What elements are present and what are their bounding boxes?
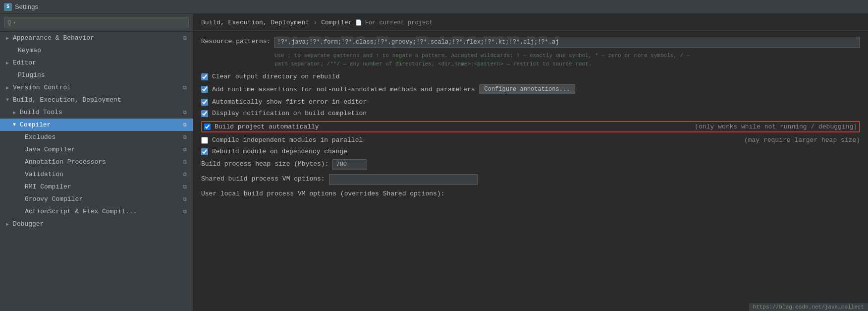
checkbox-row-rebuild-on-change: Rebuild module on dependency change — [201, 148, 860, 155]
copy-icon: ⧉ — [181, 84, 189, 91]
checkbox-label-display-notification: Display notification on build completion — [212, 110, 367, 117]
project-icon: 📄 — [355, 19, 362, 26]
heap-size-label: Build process heap size (Mbytes): — [201, 159, 328, 168]
sidebar-item-editor[interactable]: ▶Editor — [0, 57, 193, 69]
app-icon: S — [4, 3, 12, 11]
checkbox-label-clear-output: Clear output directory on rebuild — [212, 73, 339, 80]
sidebar-item-label: Compiler — [20, 121, 181, 128]
sidebar-item-label: Editor — [13, 59, 189, 66]
sidebar-item-annotation-processors[interactable]: Annotation Processors⧉ — [0, 156, 193, 168]
sidebar: Q ▾ ▶Appearance & Behavior⧉Keymap▶Editor… — [0, 14, 193, 311]
arrow-icon: ▶ — [4, 60, 11, 66]
sidebar-item-label: Appearance & Behavior — [13, 34, 181, 42]
url-bar: https://blog.csdn.net/java_collect — [749, 303, 868, 311]
configure-annotations-button[interactable]: Configure annotations... — [479, 84, 576, 94]
copy-icon: ⧉ — [181, 159, 189, 166]
content-panel: Build, Execution, Deployment › Compiler … — [193, 14, 868, 311]
sidebar-item-label: ActionScript & Flex Compil... — [25, 208, 181, 215]
copy-icon: ⧉ — [181, 146, 189, 153]
sidebar-item-excludes[interactable]: Excludes⧉ — [0, 131, 193, 143]
sidebar-item-validation[interactable]: Validation⧉ — [0, 168, 193, 181]
sidebar-item-version-control[interactable]: ▶Version Control⧉ — [0, 81, 193, 94]
sidebar-item-label: Version Control — [13, 84, 181, 91]
checkboxes-container: Clear output directory on rebuildAdd run… — [201, 73, 860, 155]
sidebar-item-appearance[interactable]: ▶Appearance & Behavior⧉ — [0, 32, 193, 44]
arrow-icon: ▼ — [11, 122, 18, 128]
checkbox-row-clear-output: Clear output directory on rebuild — [201, 73, 860, 80]
copy-icon: ⧉ — [181, 35, 189, 42]
heap-size-input[interactable] — [332, 159, 367, 170]
content-header: Build, Execution, Deployment › Compiler … — [193, 14, 868, 31]
sidebar-item-label: Groovy Compiler — [25, 195, 181, 203]
checkbox-clear-output[interactable] — [201, 73, 208, 80]
checkbox-label-build-auto: Build project automatically — [215, 123, 319, 130]
sidebar-item-label: Debugger — [13, 220, 189, 228]
resource-patterns-row: Resource patterns: — [201, 37, 860, 48]
checkbox-show-first-error[interactable] — [201, 99, 208, 106]
shared-vm-label: Shared build process VM options: — [201, 174, 325, 183]
nav-tree: ▶Appearance & Behavior⧉Keymap▶EditorPlug… — [0, 32, 193, 311]
checkbox-note-compile-parallel: (may require larger heap size) — [744, 136, 860, 144]
sidebar-item-label: Build, Execution, Deployment — [13, 96, 189, 104]
content-body: Resource patterns: Use ; to separate pat… — [193, 31, 868, 207]
sidebar-item-label: Plugins — [18, 71, 189, 79]
checkbox-add-runtime[interactable] — [201, 86, 208, 93]
checkbox-rebuild-on-change[interactable] — [201, 148, 208, 155]
checkbox-row-display-notification: Display notification on build completion — [201, 110, 860, 117]
sidebar-item-label: RMI Compiler — [25, 183, 181, 190]
copy-icon: ⧉ — [181, 184, 189, 190]
copy-icon: ⧉ — [181, 171, 189, 178]
sidebar-item-actionscript-compiler[interactable]: ActionScript & Flex Compil...⧉ — [0, 205, 193, 218]
user-vm-row: User local build process VM options (ove… — [201, 189, 860, 197]
copy-icon: ⧉ — [181, 134, 189, 141]
checkbox-display-notification[interactable] — [201, 110, 208, 117]
user-vm-label: User local build process VM options (ove… — [201, 189, 444, 197]
arrow-icon: ▶ — [4, 221, 11, 228]
checkbox-label-add-runtime: Add runtime assertions for not-null-anno… — [212, 86, 475, 93]
sidebar-item-keymap[interactable]: Keymap — [0, 44, 193, 57]
search-dropdown-icon: ▾ — [13, 20, 16, 26]
copy-icon: ⧉ — [181, 109, 189, 116]
checkbox-label-show-first-error: Automatically show first error in editor — [212, 98, 367, 106]
checkbox-label-rebuild-on-change: Rebuild module on dependency change — [212, 148, 347, 155]
breadcrumb-path: Build, Execution, Deployment — [201, 19, 309, 26]
checkbox-label-compile-parallel: Compile independent modules in parallel — [212, 136, 363, 144]
sidebar-item-build-tools[interactable]: ▶Build Tools⧉ — [0, 106, 193, 119]
arrow-icon: ▶ — [4, 84, 11, 91]
shared-vm-row: Shared build process VM options: — [201, 174, 860, 185]
sidebar-item-plugins[interactable]: Plugins — [0, 69, 193, 81]
checkbox-row-show-first-error: Automatically show first error in editor — [201, 98, 860, 106]
copy-icon: ⧉ — [181, 196, 189, 203]
title-bar: S Settings — [0, 0, 868, 14]
sidebar-item-groovy-compiler[interactable]: Groovy Compiler⧉ — [0, 193, 193, 205]
title-text: Settings — [15, 3, 38, 10]
sidebar-item-build-exec-deploy[interactable]: ▼Build, Execution, Deployment — [0, 94, 193, 106]
sidebar-item-debugger[interactable]: ▶Debugger — [0, 218, 193, 230]
sidebar-item-label: Java Compiler — [25, 146, 181, 153]
copy-icon: ⧉ — [181, 208, 189, 215]
breadcrumb-section: Compiler — [321, 19, 352, 26]
search-wrapper[interactable]: Q ▾ — [4, 17, 189, 28]
checkbox-row-add-runtime: Add runtime assertions for not-null-anno… — [201, 84, 860, 94]
main-layout: Q ▾ ▶Appearance & Behavior⧉Keymap▶Editor… — [0, 14, 868, 311]
sidebar-item-label: Validation — [25, 171, 181, 178]
search-icon: Q — [7, 19, 11, 26]
shared-vm-input[interactable] — [329, 174, 478, 185]
checkbox-build-auto[interactable] — [204, 124, 211, 130]
sidebar-item-rmi-compiler[interactable]: RMI Compiler⧉ — [0, 181, 193, 193]
sidebar-item-label: Keymap — [18, 47, 189, 54]
search-input[interactable] — [18, 19, 185, 26]
sidebar-item-compiler[interactable]: ▼Compiler⧉ — [0, 119, 193, 131]
checkbox-row-compile-parallel: Compile independent modules in parallel(… — [201, 136, 860, 144]
arrow-icon: ▶ — [11, 109, 18, 116]
patterns-hint: Use ; to separate patterns and ! to nega… — [201, 52, 860, 68]
sidebar-item-label: Excludes — [25, 133, 181, 141]
checkbox-compile-parallel[interactable] — [201, 137, 208, 144]
arrow-icon: ▼ — [4, 97, 11, 104]
sidebar-item-label: Build Tools — [20, 109, 181, 116]
copy-icon: ⧉ — [181, 122, 189, 128]
resource-patterns-input[interactable] — [274, 37, 860, 48]
search-bar: Q ▾ — [0, 14, 193, 32]
arrow-icon: ▶ — [4, 35, 11, 42]
sidebar-item-java-compiler[interactable]: Java Compiler⧉ — [0, 143, 193, 156]
